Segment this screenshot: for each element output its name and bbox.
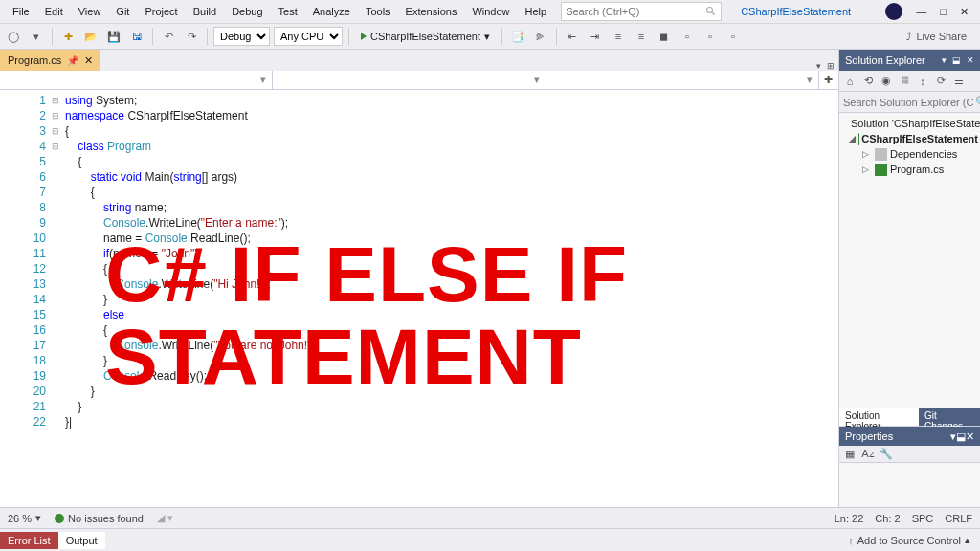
properties-panel: Properties ▾⬓✕ ▦ Aᴢ 🔧 xyxy=(839,427,980,507)
prop-pin-icon[interactable]: ⬓ xyxy=(956,430,966,442)
menu-git[interactable]: Git xyxy=(109,3,136,20)
save-button[interactable]: 💾 xyxy=(104,27,123,46)
se-collapse-icon[interactable]: ↕ xyxy=(916,75,929,88)
menu-project[interactable]: Project xyxy=(138,3,184,20)
add-source-control[interactable]: ↑ Add to Source Control ▴ xyxy=(838,531,980,549)
restore-button[interactable]: □ xyxy=(940,6,947,17)
menu-file[interactable]: File xyxy=(6,3,36,20)
uncomment-button[interactable]: ≡ xyxy=(632,27,651,46)
col-indicator[interactable]: Ch: 2 xyxy=(875,513,900,524)
nav-back-button[interactable]: ◯ xyxy=(4,27,23,46)
prop-wrench-icon[interactable]: 🔧 xyxy=(880,448,893,461)
lineending-indicator[interactable]: CRLF xyxy=(945,513,972,524)
live-share-icon: ⤴ xyxy=(906,31,912,42)
pin-icon[interactable]: 📌 xyxy=(67,55,78,66)
nav-type[interactable]: ▾ xyxy=(273,71,546,89)
properties-body xyxy=(839,463,980,507)
menu-window[interactable]: Window xyxy=(465,3,516,20)
nav-fwd-button[interactable]: ▾ xyxy=(27,27,46,46)
tab-output[interactable]: Output xyxy=(58,532,105,549)
spacing-indicator[interactable]: SPC xyxy=(912,513,934,524)
platform-select[interactable]: Any CPU xyxy=(274,27,343,46)
panel-menu-icon[interactable]: ▾ xyxy=(942,55,947,65)
save-all-button[interactable]: 🖫 xyxy=(127,27,146,46)
code-content[interactable]: using System;namespace CSharpIfElseState… xyxy=(65,90,838,507)
open-button[interactable]: 📂 xyxy=(81,27,100,46)
issues-status[interactable]: No issues found xyxy=(55,513,144,524)
tree-project-node[interactable]: ◢ CSharpIfElseStatement xyxy=(841,131,978,146)
prop-close-icon[interactable]: ✕ xyxy=(966,430,974,442)
close-button[interactable]: ✕ xyxy=(960,6,969,18)
se-search-input[interactable] xyxy=(843,97,975,108)
zoom-level[interactable]: 26 % ▾ xyxy=(8,512,41,524)
code-editor[interactable]: 12345678910111213141516171819202122 ⊟⊟⊟⊟… xyxy=(0,90,838,507)
fold-gutter[interactable]: ⊟⊟⊟⊟ xyxy=(52,90,65,507)
file-tab-label: Program.cs xyxy=(8,55,61,66)
toolbar-icon-2[interactable]: ⫸ xyxy=(531,27,550,46)
tab-solution-explorer[interactable]: Solution Explorer xyxy=(839,408,919,426)
menu-edit[interactable]: Edit xyxy=(38,3,70,20)
quick-search[interactable] xyxy=(561,2,722,21)
live-share-button[interactable]: ⤴ Live Share xyxy=(906,31,976,42)
panel-pin-icon[interactable]: ⬓ xyxy=(952,55,961,65)
solution-tree[interactable]: Solution 'CSharpIfElseStater ◢ CSharpIfE… xyxy=(839,113,980,408)
csfile-icon xyxy=(875,164,887,176)
tab-error-list[interactable]: Error List xyxy=(0,532,58,549)
tab-git-changes[interactable]: Git Changes xyxy=(919,408,980,426)
menu-build[interactable]: Build xyxy=(187,3,223,20)
se-search[interactable]: 🔍 xyxy=(839,92,980,113)
menu-extensions[interactable]: Extensions xyxy=(399,3,464,20)
nav-scope[interactable]: ▾ xyxy=(0,71,273,89)
menu-view[interactable]: View xyxy=(72,3,108,20)
config-select[interactable]: Debug xyxy=(213,27,270,46)
minimize-button[interactable]: — xyxy=(916,6,926,17)
split-editor-button[interactable]: ✚ xyxy=(819,71,838,89)
toolbar-extra-3[interactable]: ▫ xyxy=(724,27,743,46)
new-project-button[interactable]: ✚ xyxy=(58,27,78,46)
indent-more-button[interactable]: ⇥ xyxy=(586,27,605,46)
menu-tools[interactable]: Tools xyxy=(359,3,397,20)
se-refresh-icon[interactable]: ⟳ xyxy=(934,75,947,88)
se-hammer-icon[interactable]: ◉ xyxy=(880,75,893,88)
comment-button[interactable]: ≡ xyxy=(609,27,628,46)
indent-less-button[interactable]: ⇤ xyxy=(563,27,582,46)
se-sync-icon[interactable]: ⟲ xyxy=(861,75,875,88)
prop-cat-icon[interactable]: ▦ xyxy=(843,448,857,461)
svg-line-1 xyxy=(712,12,715,15)
redo-button[interactable]: ↷ xyxy=(182,27,201,46)
line-indicator[interactable]: Ln: 22 xyxy=(835,513,864,524)
toolbar-extra-1[interactable]: ▫ xyxy=(678,27,697,46)
menu-analyze[interactable]: Analyze xyxy=(306,3,357,20)
file-tab-program[interactable]: Program.cs 📌 ✕ xyxy=(0,50,100,71)
document-tab-well: Program.cs 📌 ✕ ▾ ⊞ xyxy=(0,50,838,71)
toolbar-icon-1[interactable]: 📑 xyxy=(508,27,527,46)
tree-solution-node[interactable]: Solution 'CSharpIfElseStater xyxy=(841,116,978,131)
window-controls: — □ ✕ xyxy=(885,3,974,20)
menu-debug[interactable]: Debug xyxy=(225,3,269,20)
start-debug-button[interactable]: CSharpIfElseStatement ▾ xyxy=(355,29,496,45)
build-indicator: ◢ ▾ xyxy=(157,512,173,524)
panel-close-icon[interactable]: ✕ xyxy=(967,55,974,65)
se-showall-icon[interactable]: 𝄜 xyxy=(898,75,911,88)
prop-az-icon[interactable]: Aᴢ xyxy=(861,448,875,461)
solution-explorer-title: Solution Explorer ▾⬓✕ xyxy=(839,50,980,71)
svg-point-0 xyxy=(707,8,713,13)
tab-solution-icon[interactable]: ⊞ xyxy=(827,61,835,71)
tab-options-icon[interactable]: ▾ xyxy=(816,61,821,71)
tree-dependencies-node[interactable]: ▷ Dependencies xyxy=(841,146,978,162)
properties-title: Properties ▾⬓✕ xyxy=(839,427,980,446)
user-avatar-icon[interactable] xyxy=(885,3,902,20)
menu-help[interactable]: Help xyxy=(519,3,554,20)
se-home-icon[interactable]: ⌂ xyxy=(843,75,857,88)
tree-programcs-node[interactable]: ▷ Program.cs xyxy=(841,162,978,177)
search-input[interactable] xyxy=(566,6,705,17)
solution-explorer-toolbar: ⌂ ⟲ ◉ 𝄜 ↕ ⟳ ☰ xyxy=(839,71,980,92)
se-props-icon[interactable]: ☰ xyxy=(952,75,966,88)
menu-test[interactable]: Test xyxy=(272,3,304,20)
tab-close-icon[interactable]: ✕ xyxy=(84,55,93,67)
nav-member[interactable]: ▾ xyxy=(546,71,819,89)
toolbar-extra-2[interactable]: ▫ xyxy=(701,27,720,46)
undo-button[interactable]: ↶ xyxy=(159,27,178,46)
check-icon xyxy=(55,514,64,523)
bookmark-button[interactable]: ◼ xyxy=(655,27,674,46)
